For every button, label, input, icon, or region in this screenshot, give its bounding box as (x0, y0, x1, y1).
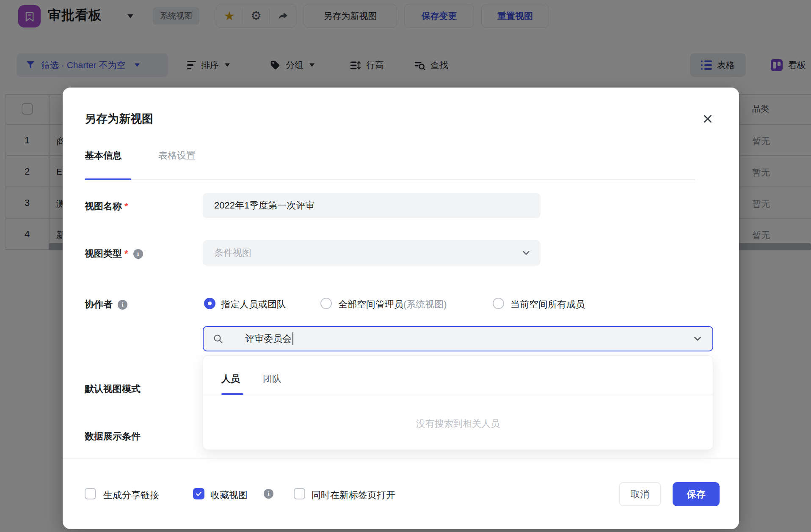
radio-all-space-admins[interactable] (320, 298, 332, 309)
search-icon (213, 334, 223, 344)
dropdown-tab-people[interactable]: 人员 (221, 373, 240, 385)
dropdown-empty-state: 没有搜索到相关人员 (203, 417, 713, 430)
search-value: 评审委员会 (245, 332, 292, 345)
radio-all-space-members[interactable] (493, 298, 504, 309)
view-type-label: 视图类型* i (85, 247, 143, 260)
required-marker: * (124, 248, 128, 259)
view-type-select[interactable]: 条件视图 (203, 240, 541, 266)
radio-specified-members[interactable] (204, 298, 215, 309)
save-button[interactable]: 保存 (673, 482, 720, 506)
check-icon (195, 490, 202, 497)
open-new-tab-checkbox[interactable] (294, 488, 305, 499)
info-icon[interactable]: i (118, 300, 127, 310)
radio-specified-members-label[interactable]: 指定人员或团队 (221, 298, 286, 311)
text-cursor (292, 332, 293, 345)
share-link-checkbox[interactable] (85, 488, 96, 499)
tab-table-settings[interactable]: 表格设置 (158, 149, 196, 162)
share-link-label[interactable]: 生成分享链接 (103, 489, 159, 502)
info-icon[interactable]: i (264, 489, 273, 499)
radio-suffix: (系统视图) (403, 299, 447, 310)
view-name-input[interactable]: 2022年1季度第一次评审 (203, 193, 541, 218)
radio-all-space-members-label[interactable]: 当前空间所有成员 (510, 298, 585, 311)
collaborator-label: 协作者 i (85, 298, 127, 311)
dropdown-active-tab-underline (221, 393, 243, 395)
close-icon[interactable] (697, 108, 719, 130)
info-icon[interactable]: i (133, 249, 143, 259)
modal-title: 另存为新视图 (85, 111, 153, 126)
chevron-down-icon (692, 333, 703, 344)
favorite-view-label[interactable]: 收藏视图 (210, 489, 248, 502)
member-search-input[interactable]: 评审委员会 (203, 326, 713, 351)
save-as-new-view-modal: 另存为新视图 基本信息 表格设置 视图名称* 2022年1季度第一次评审 视图类… (63, 88, 739, 529)
open-new-tab-label[interactable]: 同时在新标签页打开 (312, 489, 395, 502)
chevron-down-icon (521, 247, 532, 258)
member-search-dropdown: 人员 团队 没有搜索到相关人员 (203, 355, 713, 450)
data-display-condition-label: 数据展示条件 (85, 430, 141, 443)
tab-basic-info[interactable]: 基本信息 (85, 149, 122, 162)
favorite-view-checkbox[interactable] (193, 488, 204, 499)
tab-divider (85, 179, 695, 180)
footer-divider (63, 458, 739, 459)
radio-all-space-admins-label[interactable]: 全部空间管理员(系统视图) (338, 298, 447, 311)
default-view-mode-label: 默认视图模式 (85, 383, 141, 395)
dropdown-tab-team[interactable]: 团队 (263, 373, 281, 385)
cancel-button[interactable]: 取消 (619, 482, 661, 506)
view-name-label: 视图名称* (85, 200, 128, 213)
required-marker: * (124, 201, 128, 211)
active-tab-underline (85, 178, 131, 180)
dropdown-divider (203, 395, 713, 395)
